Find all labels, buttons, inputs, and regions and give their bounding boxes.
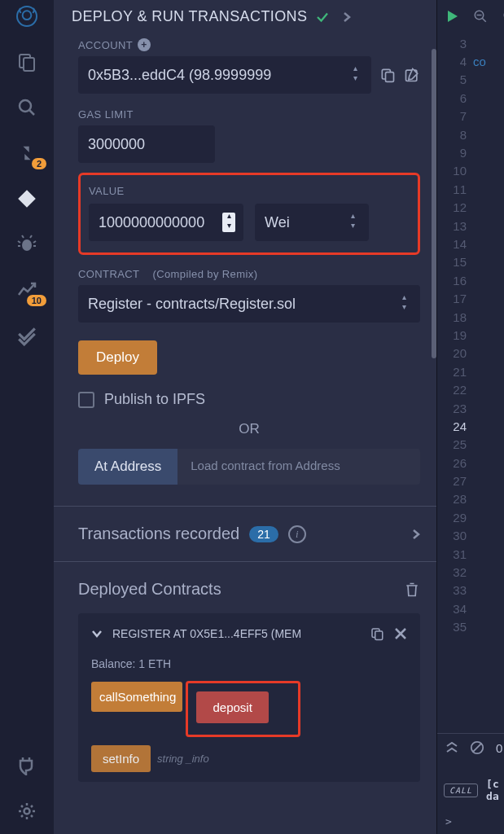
line-row: 3: [437, 34, 504, 52]
close-icon[interactable]: [394, 627, 407, 640]
line-row: 28: [437, 490, 504, 508]
account-select[interactable]: 0x5B3...eddC4 (98.9999999 ▴▾: [78, 56, 371, 94]
fn-callsomething-button[interactable]: callSomething: [91, 682, 182, 712]
svg-line-12: [30, 235, 32, 238]
deposit-highlight-box: deposit: [186, 681, 300, 737]
line-row: 19: [437, 326, 504, 344]
line-row: 4co: [437, 52, 504, 70]
svg-line-8: [33, 241, 36, 243]
line-row: 16: [437, 271, 504, 289]
value-unit-select[interactable]: Wei ▴▾: [255, 204, 369, 241]
svg-marker-21: [448, 11, 458, 22]
line-row: 33: [437, 582, 504, 599]
publish-ipfs-label: Publish to IPFS: [104, 391, 205, 408]
settings-icon[interactable]: [15, 800, 38, 823]
check-icon: [315, 10, 330, 24]
zoom-out-icon[interactable]: [473, 9, 488, 24]
line-row: 11: [437, 180, 504, 198]
ban-icon[interactable]: [470, 740, 484, 755]
line-row: 24: [437, 417, 504, 435]
svg-rect-15: [386, 72, 394, 82]
svg-rect-3: [24, 58, 34, 71]
line-row: 25: [437, 436, 504, 454]
svg-line-5: [29, 110, 34, 115]
value-highlight-box: VALUE 1000000000000 ▴▾ Wei ▴▾: [78, 173, 420, 255]
line-row: 29: [437, 508, 504, 526]
info-icon[interactable]: i: [288, 525, 306, 543]
stepper-icon[interactable]: ▴▾: [397, 294, 410, 314]
copy-icon[interactable]: [370, 626, 384, 641]
editor-strip: 34co567891011121314151617181920212223242…: [437, 0, 504, 834]
add-account-icon[interactable]: +: [138, 38, 151, 51]
line-row: 6: [437, 89, 504, 107]
line-row: 12: [437, 199, 504, 217]
deploy-icon[interactable]: [15, 187, 38, 210]
chevron-right-icon[interactable]: [412, 529, 420, 540]
line-row: 9: [437, 143, 504, 161]
contract-select[interactable]: Register - contracts/Register.sol ▴▾: [78, 285, 420, 323]
analysis-icon[interactable]: 10: [15, 279, 38, 301]
divider: [54, 561, 436, 562]
transactions-count: 21: [249, 526, 278, 542]
transactions-section[interactable]: Transactions recorded 21 i: [78, 507, 420, 561]
run-icon[interactable]: [447, 10, 458, 23]
scrollbar[interactable]: [432, 49, 436, 358]
debugger-icon[interactable]: [15, 233, 38, 256]
publish-ipfs-checkbox[interactable]: [78, 392, 94, 408]
analysis-badge: 10: [27, 295, 46, 306]
line-row: 14: [437, 235, 504, 252]
at-address-input[interactable]: Load contract from Address: [177, 449, 420, 485]
contract-instance: REGISTER AT 0X5E1...4EFF5 (MEM Balance: …: [78, 613, 420, 782]
collapse-icon[interactable]: [445, 742, 458, 753]
console-prompt[interactable]: >: [437, 809, 504, 834]
account-value: 0x5B3...eddC4 (98.9999999: [88, 67, 271, 84]
console-toolbar: 0: [437, 733, 504, 762]
file-explorer-icon[interactable]: [15, 50, 38, 73]
stepper-icon[interactable]: ▴▾: [348, 65, 362, 85]
svg-rect-18: [375, 631, 383, 640]
line-row: 26: [437, 454, 504, 472]
deploy-panel: DEPLOY & RUN TRANSACTIONS ACCOUNT + 0x5B…: [54, 0, 437, 834]
check-icon[interactable]: [15, 324, 38, 347]
line-row: 31: [437, 545, 504, 563]
gas-input[interactable]: 3000000: [78, 125, 215, 163]
line-row: 15: [437, 253, 504, 271]
value-input[interactable]: 1000000000000 ▴▾: [89, 204, 243, 241]
search-icon[interactable]: [15, 96, 38, 119]
trash-icon[interactable]: [404, 581, 420, 599]
line-row: 10: [437, 162, 504, 180]
at-address-button[interactable]: At Address: [78, 449, 177, 485]
value-label: VALUE: [89, 185, 410, 197]
account-label: ACCOUNT +: [78, 38, 420, 51]
line-gutter: 34co567891011121314151617181920212223242…: [437, 33, 504, 733]
contract-label: CONTRACT (Compiled by Remix): [78, 268, 420, 280]
line-row: 27: [437, 472, 504, 489]
pending-count: 0: [496, 741, 502, 755]
stepper-icon[interactable]: ▴▾: [346, 213, 359, 232]
fn-deposit-button[interactable]: deposit: [196, 691, 268, 723]
panel-title: DEPLOY & RUN TRANSACTIONS: [72, 8, 307, 25]
edit-icon[interactable]: [404, 67, 420, 83]
chevron-down-icon[interactable]: [91, 630, 103, 638]
line-row: 23: [437, 399, 504, 417]
deploy-button[interactable]: Deploy: [78, 340, 157, 375]
instance-name: REGISTER AT 0X5E1...4EFF5 (MEM: [112, 627, 360, 640]
line-row: 21: [437, 362, 504, 380]
stepper-icon[interactable]: ▴▾: [222, 213, 235, 232]
line-row: 17: [437, 289, 504, 307]
line-row: 35: [437, 618, 504, 636]
plugin-icon[interactable]: [15, 754, 38, 777]
svg-point-6: [22, 239, 32, 251]
svg-point-1: [23, 11, 32, 20]
line-row: 30: [437, 527, 504, 545]
remix-logo-icon[interactable]: [15, 5, 38, 28]
fn-setinfo-button[interactable]: setInfo: [91, 745, 151, 772]
panel-header: DEPLOY & RUN TRANSACTIONS: [54, 0, 436, 32]
chevron-right-icon[interactable]: [343, 11, 351, 23]
line-row: 22: [437, 380, 504, 398]
line-row: 18: [437, 308, 504, 326]
compiler-icon[interactable]: 2: [15, 142, 38, 165]
copy-icon[interactable]: [379, 67, 396, 83]
line-row: 13: [437, 217, 504, 235]
svg-line-11: [22, 235, 24, 238]
